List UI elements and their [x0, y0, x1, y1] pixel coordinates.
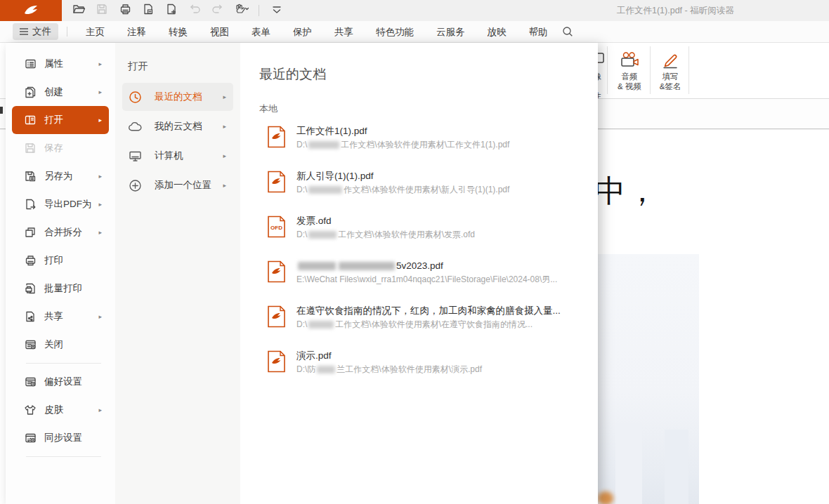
open-panel-item-最近的文档[interactable]: 最近的文档▸ — [122, 83, 233, 111]
tab-注释[interactable]: 注释 — [116, 21, 157, 43]
file-menu-item-打印[interactable]: 打印 — [12, 246, 109, 274]
text-segment: 工作文档\体验软件使用素材\发票.ofd — [338, 230, 475, 239]
search-icon — [562, 26, 573, 37]
tab-放映[interactable]: 放映 — [476, 21, 518, 43]
clock-icon — [129, 91, 142, 104]
file-menu-item-共享[interactable]: 共享▸ — [12, 303, 109, 331]
background-artifact — [0, 107, 3, 114]
file-menu-item-另存为[interactable]: 另存为▸ — [12, 162, 109, 190]
submenu-arrow-icon: ▸ — [98, 60, 102, 67]
hamburger-icon — [20, 28, 28, 35]
svg-text:OFD: OFD — [270, 225, 282, 231]
tab-file-label: 文件 — [32, 25, 51, 38]
tab-主页[interactable]: 主页 — [74, 21, 116, 43]
file-menu-item-label: 创建 — [44, 86, 63, 98]
recent-file-row[interactable]: 演示.pdfD:\防兰工作文档\体验软件使用素材\演示.pdf — [259, 348, 598, 393]
video-camera-icon — [610, 48, 649, 69]
recent-file-row[interactable]: 新人引导(1)(1).pdfD:\作文档\体验软件使用素材\新人引导(1)(1)… — [259, 168, 598, 213]
redacted-text — [339, 262, 395, 270]
file-menu-item-合并拆分[interactable]: 合并拆分▸ — [12, 218, 109, 246]
text-segment: 作文档\体验软件使用素材\新人引导(1)(1).pdf — [344, 185, 509, 194]
text-segment: 工作文档\体验软件使用素材\工作文件1(1).pdf — [341, 140, 509, 150]
redacted-text — [317, 366, 335, 373]
file-menu-item-皮肤[interactable]: 皮肤▸ — [12, 396, 109, 424]
text-segment: D:\ — [296, 140, 307, 150]
file-menu-item-导出PDF为[interactable]: 导出PDF为▸ — [12, 190, 109, 218]
pencil-button[interactable]: 填写 &签名 — [651, 48, 690, 91]
file-menu-item-打开[interactable]: 打开▸ — [12, 106, 109, 134]
ofd-file-icon: OFD — [267, 215, 286, 238]
file-menu-item-label: 导出PDF为 — [44, 198, 92, 211]
file-menu-item-label: 另存为 — [44, 170, 73, 183]
recent-file-row[interactable]: 工作文件1(1).pdfD:\工作文档\体验软件使用素材\工作文件1(1).pd… — [259, 124, 598, 168]
file-name: 发票.ofd — [296, 214, 475, 227]
search-button[interactable] — [562, 26, 573, 37]
file-menu-item-偏好设置[interactable]: 偏好设置 — [12, 368, 109, 396]
open-panel-item-label: 最近的文档 — [155, 91, 202, 103]
file-menu-item-label: 保存 — [44, 142, 63, 154]
tab-帮助[interactable]: 帮助 — [518, 21, 559, 43]
redo-button[interactable] — [211, 4, 225, 18]
text-segment: 兰工作文档\体验软件使用素材\演示.pdf — [337, 364, 482, 374]
save-button[interactable] — [95, 4, 109, 18]
open-panel-item-计算机[interactable]: 计算机▸ — [122, 142, 233, 170]
tab-转换[interactable]: 转换 — [157, 21, 199, 43]
foxit-logo — [0, 0, 62, 21]
file-menu-item-保存[interactable]: 保存 — [12, 134, 109, 162]
text-segment: 在遵守饮食指南的情况下，红肉，加工肉和家禽的膳食摄入量... — [296, 305, 561, 316]
open-panel-item-我的云文档[interactable]: 我的云文档▸ — [122, 112, 233, 140]
open-folder-icon — [72, 4, 85, 18]
batch-print-icon — [24, 282, 37, 295]
video-camera-button[interactable]: 音频 & 视频 — [610, 48, 649, 91]
customize-toolbar-button[interactable] — [270, 4, 284, 18]
redacted-text — [308, 186, 342, 194]
file-name: 工作文件1(1).pdf — [296, 124, 509, 138]
file-menu-item-创建[interactable]: 创建▸ — [12, 78, 109, 106]
tab-共享[interactable]: 共享 — [323, 21, 365, 43]
tab-视图[interactable]: 视图 — [199, 21, 240, 43]
window-title: 工作文件1(1).pdf - 福昕阅读器 — [617, 0, 734, 21]
tab-保护[interactable]: 保护 — [282, 21, 323, 43]
menu-bar: 文件 主页注释转换视图表单保护共享特色功能云服务放映帮助 — [0, 21, 829, 43]
submenu-arrow-icon: ▸ — [98, 313, 102, 320]
recent-file-row[interactable]: 在遵守饮食指南的情况下，红肉，加工肉和家禽的膳食摄入量...D:\工作文档\体验… — [259, 303, 598, 348]
undo-button[interactable] — [188, 4, 202, 18]
file-menu-overlay: 属性▸创建▸打开▸保存另存为▸导出PDF为▸合并拆分▸打印批量打印共享▸关闭偏好… — [6, 43, 598, 504]
title-bar: 工作文件1(1).pdf - 福昕阅读器 — [0, 0, 829, 21]
page-add-button[interactable] — [164, 4, 178, 18]
submenu-arrow-icon: ▸ — [223, 152, 226, 159]
recent-file-row[interactable]: OFD发票.ofdD:\工作文档\体验软件使用素材\发票.ofd — [259, 213, 598, 258]
file-menu-item-label: 合并拆分 — [44, 226, 82, 239]
hand-tool-button[interactable] — [234, 4, 248, 18]
merge-split-icon — [24, 226, 37, 239]
tab-表单[interactable]: 表单 — [240, 21, 282, 43]
file-path: E:\WeChat Files\wxid_rra1m04nqaqc21\File… — [296, 274, 557, 286]
file-menu-item-关闭[interactable]: 关闭 — [12, 331, 109, 359]
share-icon — [24, 310, 37, 323]
open-panel-item-添加一个位置[interactable]: 添加一个位置▸ — [122, 171, 233, 199]
submenu-arrow-icon: ▸ — [223, 182, 226, 189]
submenu-arrow-icon: ▸ — [223, 93, 226, 100]
print-button[interactable] — [118, 4, 132, 18]
open-folder-button[interactable] — [72, 4, 86, 18]
file-menu-item-同步设置[interactable]: 同步设置 — [12, 424, 109, 452]
tab-file[interactable]: 文件 — [13, 23, 58, 40]
properties-icon — [24, 58, 37, 70]
file-menu-item-批量打印[interactable]: 批量打印 — [12, 274, 109, 303]
save-as-icon — [24, 170, 37, 183]
local-section-label: 本地 — [259, 102, 598, 115]
pdf-file-icon — [267, 126, 286, 148]
submenu-arrow-icon: ▸ — [98, 201, 102, 208]
menu-divider — [26, 363, 101, 364]
file-menu-item-属性[interactable]: 属性▸ — [12, 50, 109, 78]
redacted-text — [298, 262, 336, 270]
foxit-bird-icon — [23, 4, 39, 17]
tab-云服务[interactable]: 云服务 — [425, 21, 476, 43]
tab-特色功能[interactable]: 特色功能 — [365, 21, 425, 43]
toolbar-divider — [259, 5, 259, 16]
file-menu-item-label: 关闭 — [44, 338, 63, 351]
recent-file-row[interactable]: 5v2023.pdfE:\WeChat Files\wxid_rra1m04nq… — [259, 258, 598, 303]
page-remove-button[interactable] — [141, 4, 155, 18]
add-place-icon — [129, 179, 142, 192]
document-text-fragment: 中， — [594, 171, 659, 212]
